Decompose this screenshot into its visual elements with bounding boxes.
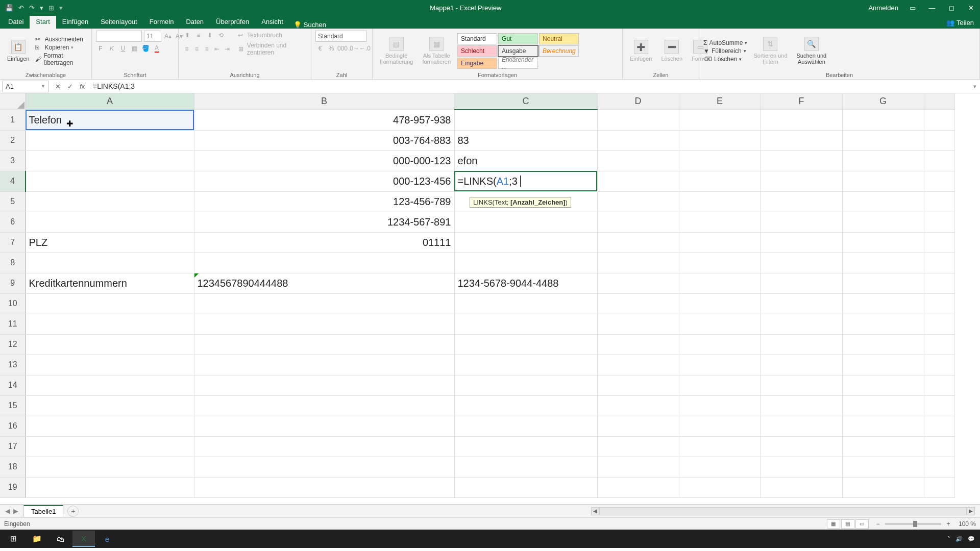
insert-cells-button[interactable]: ➕Einfügen bbox=[627, 39, 655, 63]
cell-E6[interactable] bbox=[679, 212, 761, 232]
cell-C16[interactable] bbox=[454, 416, 597, 436]
tray-notifications-icon[interactable]: 💬 bbox=[968, 536, 975, 542]
cell-B14[interactable] bbox=[194, 375, 454, 395]
start-button[interactable]: ⊞ bbox=[2, 531, 24, 547]
view-normal-button[interactable]: ▦ bbox=[827, 519, 840, 529]
cell-G3[interactable] bbox=[842, 151, 924, 171]
tell-me-search[interactable]: 💡 Suchen bbox=[293, 21, 326, 29]
col-header-B[interactable]: B bbox=[194, 93, 454, 110]
row-header-6[interactable]: 6 bbox=[0, 212, 26, 232]
cell-A12[interactable] bbox=[26, 334, 194, 355]
orientation-icon[interactable]: ⟲ bbox=[216, 31, 226, 40]
cell-C11[interactable] bbox=[454, 314, 597, 334]
close-button[interactable]: ✕ bbox=[966, 4, 976, 12]
cell-C7[interactable] bbox=[454, 232, 597, 253]
cell-E15[interactable] bbox=[679, 395, 761, 416]
align-middle-icon[interactable]: ≡ bbox=[194, 31, 203, 40]
taskbar-excel-icon[interactable]: X bbox=[72, 531, 95, 547]
tray-volume-icon[interactable]: 🔊 bbox=[955, 536, 963, 542]
row-header-4[interactable]: 4 bbox=[0, 171, 26, 191]
cell-A17[interactable] bbox=[26, 436, 194, 457]
cell-F14[interactable] bbox=[761, 375, 842, 395]
touch-mode-icon[interactable]: ⊞ bbox=[48, 4, 54, 12]
cell-E5[interactable] bbox=[679, 191, 761, 212]
hscroll-left-icon[interactable]: ◀ bbox=[591, 507, 599, 515]
cell-F15[interactable] bbox=[761, 395, 842, 416]
cell-B2[interactable]: 003-764-883 bbox=[194, 130, 454, 151]
cell-A18[interactable] bbox=[26, 457, 194, 477]
cancel-formula-button[interactable]: ✕ bbox=[52, 81, 63, 92]
row-header-9[interactable]: 9 bbox=[0, 273, 26, 293]
cell-B3[interactable]: 000-000-123 bbox=[194, 151, 454, 171]
align-center-icon[interactable]: ≡ bbox=[193, 44, 201, 54]
autosum-button[interactable]: Σ AutoSumme ▾ bbox=[703, 39, 747, 46]
zoom-level[interactable]: 100 % bbox=[959, 520, 976, 528]
cell-B13[interactable] bbox=[194, 355, 454, 375]
tray-up-icon[interactable]: ˄ bbox=[947, 536, 950, 542]
cell-F4[interactable] bbox=[761, 171, 842, 191]
tab-file[interactable]: Datei bbox=[2, 16, 30, 29]
font-name-input[interactable] bbox=[96, 31, 142, 42]
align-top-icon[interactable]: ⬆ bbox=[183, 31, 192, 40]
cell-G6[interactable] bbox=[842, 212, 924, 232]
cell-A4[interactable] bbox=[26, 171, 194, 191]
add-sheet-button[interactable]: + bbox=[67, 506, 79, 517]
cell-F16[interactable] bbox=[761, 416, 842, 436]
col-header-C[interactable]: C bbox=[454, 93, 597, 110]
cell-C17[interactable] bbox=[454, 436, 597, 457]
cell-B17[interactable] bbox=[194, 436, 454, 457]
style-standard[interactable]: Standard bbox=[457, 33, 497, 44]
cell-D16[interactable] bbox=[597, 416, 679, 436]
sort-filter-button[interactable]: ⇅Sortieren und Filtern bbox=[750, 36, 790, 66]
view-page-layout-button[interactable]: ▤ bbox=[841, 519, 854, 529]
cell-G16[interactable] bbox=[842, 416, 924, 436]
fill-color-button[interactable]: 🪣 bbox=[141, 44, 150, 53]
cell-C1[interactable] bbox=[454, 110, 597, 130]
cell-E7[interactable] bbox=[679, 232, 761, 253]
cell-G7[interactable] bbox=[842, 232, 924, 253]
cell-B19[interactable] bbox=[194, 477, 454, 497]
cell-D7[interactable] bbox=[597, 232, 679, 253]
find-select-button[interactable]: 🔍Suchen und Auswählen bbox=[794, 36, 830, 66]
row-header-5[interactable]: 5 bbox=[0, 191, 26, 212]
sheet-nav-prev-icon[interactable]: ◀ bbox=[5, 507, 10, 515]
cell-A13[interactable] bbox=[26, 355, 194, 375]
row-header-2[interactable]: 2 bbox=[0, 130, 26, 151]
cell-C8[interactable] bbox=[454, 253, 597, 273]
wrap-text-button[interactable]: Textumbruch bbox=[247, 32, 282, 39]
cell-A9[interactable]: Kreditkartennummern bbox=[26, 273, 194, 293]
number-format-select[interactable] bbox=[315, 31, 366, 42]
tab-formulas[interactable]: Formeln bbox=[143, 16, 180, 29]
tab-insert[interactable]: Einfügen bbox=[56, 16, 94, 29]
taskbar-edge-icon[interactable]: e bbox=[96, 531, 118, 547]
cell-F11[interactable] bbox=[761, 314, 842, 334]
cell-A8[interactable] bbox=[26, 253, 194, 273]
cell-C6[interactable] bbox=[454, 212, 597, 232]
decrease-decimal-icon[interactable]: ←.0 bbox=[360, 44, 370, 53]
style-eingabe[interactable]: Eingabe bbox=[457, 58, 497, 69]
font-size-input[interactable] bbox=[144, 31, 161, 42]
tab-review[interactable]: Überprüfen bbox=[210, 16, 255, 29]
name-box[interactable]: A1 ▼ bbox=[2, 81, 49, 92]
tab-layout[interactable]: Seitenlayout bbox=[94, 16, 143, 29]
conditional-format-button[interactable]: ▤ Bedingte Formatierung bbox=[377, 36, 416, 66]
cell-A14[interactable] bbox=[26, 375, 194, 395]
cell-D14[interactable] bbox=[597, 375, 679, 395]
cell-B9[interactable]: 1234567890444488 bbox=[194, 273, 454, 293]
clear-button[interactable]: ⌫ Löschen ▾ bbox=[703, 56, 747, 63]
cell-E9[interactable] bbox=[679, 273, 761, 293]
cell-B16[interactable] bbox=[194, 416, 454, 436]
cell-E18[interactable] bbox=[679, 457, 761, 477]
align-right-icon[interactable]: ≡ bbox=[203, 44, 211, 54]
cell-F8[interactable] bbox=[761, 253, 842, 273]
cell-A15[interactable] bbox=[26, 395, 194, 416]
cell-C14[interactable] bbox=[454, 375, 597, 395]
cell-B11[interactable] bbox=[194, 314, 454, 334]
tab-view[interactable]: Ansicht bbox=[255, 16, 289, 29]
row-header-3[interactable]: 3 bbox=[0, 151, 26, 171]
cell-A5[interactable] bbox=[26, 191, 194, 212]
cell-B1[interactable]: 478-957-938 bbox=[194, 110, 454, 130]
cell-B15[interactable] bbox=[194, 395, 454, 416]
row-header-8[interactable]: 8 bbox=[0, 253, 26, 273]
cell-F1[interactable] bbox=[761, 110, 842, 130]
